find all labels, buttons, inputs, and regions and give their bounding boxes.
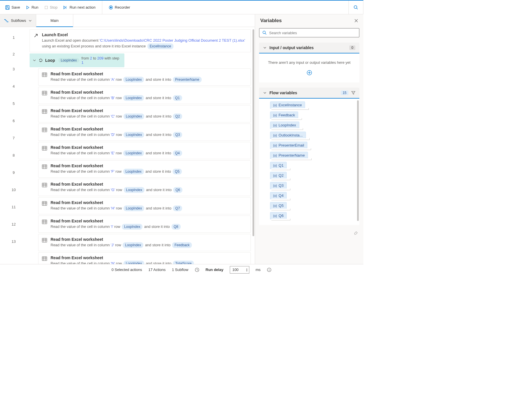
separator — [102, 1, 102, 14]
svg-line-67 — [265, 33, 266, 34]
flow-variable-item[interactable]: {x}PresenterName — [270, 152, 355, 159]
run-label: Run — [32, 5, 38, 9]
run-next-label: Run next action — [70, 5, 95, 9]
flow-count-badge: 15 — [341, 91, 348, 95]
excel-icon — [42, 146, 47, 151]
read-excel-action[interactable]: Read from Excel worksheetRead the value … — [38, 160, 251, 178]
svg-rect-21 — [42, 109, 47, 114]
close-icon[interactable] — [354, 19, 358, 23]
run-delay-input[interactable]: 100 ▲▼ — [230, 266, 249, 274]
line-number: 5 — [0, 95, 27, 112]
flow-title: Flow variables — [269, 91, 338, 95]
read-excel-action[interactable]: Read from Excel worksheetRead the value … — [38, 142, 251, 159]
info-icon[interactable] — [267, 268, 271, 272]
variables-search-input[interactable] — [269, 31, 356, 35]
status-selected: 0 Selected actions — [111, 268, 142, 272]
line-number: 12 — [0, 216, 27, 233]
flow-variable-item[interactable]: {x}Feedback — [270, 111, 355, 119]
flow-variable-item[interactable]: {x}LoopIndex — [270, 122, 355, 129]
flow-variable-item[interactable]: {x}Q4 — [270, 192, 355, 199]
read-excel-action[interactable]: Read from Excel worksheetRead the value … — [38, 68, 251, 86]
play-icon — [26, 5, 30, 9]
variables-search[interactable] — [259, 28, 359, 37]
read-excel-action[interactable]: Read from Excel worksheetRead the value … — [38, 124, 251, 141]
flow-variable-item[interactable]: {x}Q3 — [270, 182, 355, 189]
io-count-badge: 0 — [349, 45, 355, 50]
io-section-header[interactable]: Input / output variables 0 — [259, 43, 359, 53]
svg-rect-11 — [42, 73, 47, 77]
read-excel-action[interactable]: Read from Excel worksheetRead the value … — [38, 234, 251, 251]
line-number: 2 — [0, 48, 27, 60]
flow-variable-item[interactable]: {x}OutlookInsta... — [270, 132, 355, 139]
launch-excel-action[interactable]: Launch ExcelLaunch Excel and open docume… — [30, 29, 251, 52]
editor-column: Subflows Main 12345678910111213 Launch E… — [0, 14, 255, 264]
flow-variable-item[interactable]: {x}Q5 — [270, 202, 355, 209]
search-icon — [262, 30, 267, 35]
read-excel-action[interactable]: Read from Excel worksheetRead the value … — [38, 87, 251, 104]
read-excel-action[interactable]: Read from Excel worksheetRead the value … — [38, 105, 251, 122]
tab-main-label: Main — [51, 18, 59, 23]
io-empty-text: There aren't any input or output variabl… — [263, 58, 355, 70]
svg-rect-16 — [42, 91, 47, 95]
chevron-down-icon — [263, 46, 267, 49]
excel-icon — [42, 72, 47, 77]
action-list[interactable]: Launch ExcelLaunch Excel and open docume… — [27, 27, 255, 264]
add-io-variable[interactable] — [263, 70, 355, 78]
flow-variable-item[interactable]: {x}Q6 — [270, 212, 355, 219]
svg-rect-2 — [6, 8, 9, 9]
read-excel-action[interactable]: Read from Excel worksheetRead the value … — [38, 252, 251, 264]
ms-label: ms — [256, 268, 261, 272]
scrollbar-thumb[interactable] — [252, 29, 254, 236]
svg-point-66 — [263, 31, 265, 34]
flow-section-header[interactable]: Flow variables 15 — [259, 88, 359, 99]
subflows-button[interactable]: Subflows — [0, 14, 36, 27]
svg-rect-46 — [42, 201, 47, 205]
save-button[interactable]: Save — [2, 3, 23, 11]
flow-variable-item[interactable]: {x}Q1 — [270, 162, 355, 169]
read-excel-action[interactable]: Read from Excel worksheetRead the value … — [38, 179, 251, 196]
stop-button: Stop — [41, 3, 61, 11]
read-excel-action[interactable]: Read from Excel worksheetRead the value … — [38, 216, 251, 233]
loop-action[interactable]: LoopLoopIndexfrom 2 to 209 with step 1 — [30, 53, 124, 67]
scrollbar[interactable] — [252, 29, 254, 256]
excel-icon — [42, 164, 47, 169]
stop-icon — [44, 5, 48, 9]
line-number: 3 — [0, 60, 27, 78]
svg-rect-56 — [42, 238, 47, 242]
variables-panel: Variables Input / output variables 0 The… — [255, 14, 363, 264]
delay-spinner[interactable]: ▲▼ — [246, 268, 248, 272]
flow-variable-item[interactable]: {x}Q2 — [270, 172, 355, 179]
svg-rect-41 — [42, 183, 47, 187]
excel-icon — [42, 238, 47, 243]
tab-main[interactable]: Main — [36, 14, 73, 27]
io-body: There aren't any input or output variabl… — [259, 53, 359, 82]
line-number: 1 — [0, 27, 27, 48]
tabs-row: Subflows Main — [0, 14, 255, 27]
recorder-button[interactable]: Recorder — [106, 3, 133, 11]
status-bar: 0 Selected actions 17 Actions 1 Subflow … — [0, 264, 363, 275]
eraser-icon[interactable] — [354, 230, 358, 235]
svg-point-71 — [269, 269, 269, 269]
filter-icon[interactable] — [351, 91, 355, 95]
run-next-button[interactable]: Run next action — [60, 3, 98, 11]
flow-variable-item[interactable]: {x}PresenterEmail — [270, 142, 355, 149]
stop-label: Stop — [50, 5, 58, 9]
recorder-label: Recorder — [115, 5, 130, 9]
main-area: Subflows Main 12345678910111213 Launch E… — [0, 14, 363, 264]
search-button[interactable] — [348, 1, 363, 14]
read-excel-action[interactable]: Read from Excel worksheetRead the value … — [38, 197, 251, 214]
flow-scrollbar-thumb[interactable] — [357, 100, 359, 221]
flow-body: {x}ExcelInstance{x}Feedback{x}LoopIndex{… — [259, 99, 359, 225]
svg-line-8 — [357, 8, 358, 9]
run-button[interactable]: Run — [23, 3, 41, 11]
plus-circle-icon — [307, 70, 312, 76]
eraser-row — [255, 228, 363, 236]
save-label: Save — [11, 5, 20, 9]
flow-variables-section: Flow variables 15 {x}ExcelInstance{x}Fee… — [259, 88, 359, 225]
svg-rect-3 — [45, 6, 47, 9]
svg-rect-31 — [42, 146, 47, 150]
line-number: 9 — [0, 164, 27, 181]
flow-variable-item[interactable]: {x}ExcelInstance — [270, 101, 355, 109]
svg-point-10 — [8, 21, 8, 22]
svg-rect-1 — [6, 5, 8, 7]
